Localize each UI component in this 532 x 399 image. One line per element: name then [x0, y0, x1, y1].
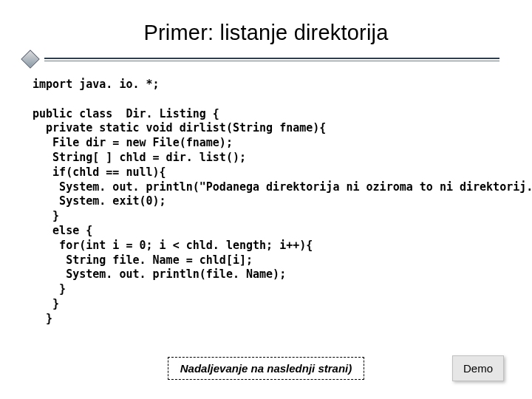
title-wrap: Primer: listanje direktorija: [33, 21, 499, 45]
code-block: import java. io. *; public class Dir. Li…: [33, 78, 499, 327]
continuation-note: Nadaljevanje na naslednji strani): [168, 357, 365, 380]
diamond-icon: [21, 50, 39, 68]
slide-title: Primer: listanje direktorija: [33, 21, 499, 45]
slide: Primer: listanje direktorija import java…: [0, 0, 532, 399]
rule-lines: [44, 58, 499, 61]
demo-button[interactable]: Demo: [452, 355, 504, 381]
title-rule: [33, 52, 499, 66]
